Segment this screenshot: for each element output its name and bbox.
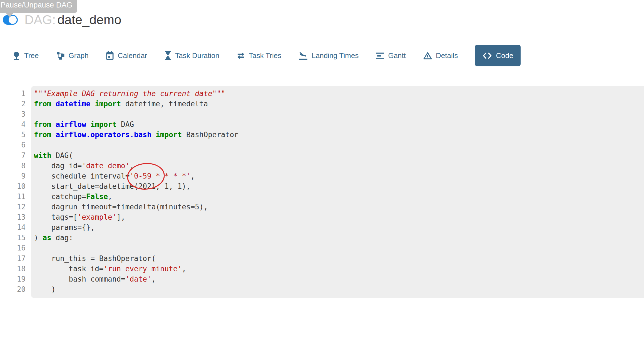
line-number: 12 bbox=[0, 202, 26, 212]
tab-task-tries[interactable]: Task Tries bbox=[237, 51, 281, 60]
tab-label: Task Tries bbox=[249, 51, 281, 60]
tab-task-duration[interactable]: Task Duration bbox=[164, 51, 219, 60]
retry-arrows-icon bbox=[237, 51, 245, 60]
code-line: 5from airflow.operators.bash import Bash… bbox=[0, 130, 644, 140]
code-text: task_id='run_every_minute', bbox=[34, 265, 186, 273]
tab-label: Details bbox=[436, 51, 458, 60]
tooltip-text: Pause/Unpause DAG bbox=[0, 0, 77, 13]
tab-tree[interactable]: Tree bbox=[12, 51, 39, 60]
code-text: from airflow.operators.bash import BashO… bbox=[34, 131, 238, 139]
line-number: 18 bbox=[0, 264, 26, 274]
code-text: start_date=datetime(2021, 1, 1), bbox=[34, 182, 191, 190]
tab-label: Task Duration bbox=[175, 51, 219, 60]
tree-icon bbox=[12, 51, 21, 60]
code-line: 16 bbox=[0, 243, 644, 253]
plane-arrival-icon bbox=[299, 51, 308, 60]
line-number: 15 bbox=[0, 233, 26, 243]
line-number: 8 bbox=[0, 161, 26, 171]
tab-label: Code bbox=[496, 51, 513, 60]
code-text: run_this = BashOperator( bbox=[34, 254, 156, 263]
line-number: 7 bbox=[0, 151, 26, 161]
line-number: 14 bbox=[0, 222, 26, 233]
code-line: 13 tags=['example'], bbox=[0, 212, 644, 222]
code-text: with DAG( bbox=[34, 151, 73, 160]
code-text: ) as dag: bbox=[34, 234, 73, 242]
calendar-icon bbox=[106, 51, 114, 60]
line-number: 6 bbox=[0, 140, 26, 150]
code-line: 20 ) bbox=[0, 284, 644, 295]
dag-view-tabs: TreeGraphCalendarTask DurationTask Tries… bbox=[12, 44, 521, 67]
code-line: 10 start_date=datetime(2021, 1, 1), bbox=[0, 181, 644, 192]
code-line: 17 run_this = BashOperator( bbox=[0, 254, 644, 264]
tab-label: Tree bbox=[24, 51, 39, 60]
line-number: 16 bbox=[0, 243, 26, 253]
code-text: dag_id='date_demo', bbox=[34, 162, 134, 170]
page-title: DAG:date_demo bbox=[24, 12, 121, 27]
code-line: 9 schedule_interval='0-59 * * * *', bbox=[0, 171, 644, 181]
tab-calendar[interactable]: Calendar bbox=[106, 51, 147, 60]
code-text: ) bbox=[34, 285, 56, 294]
line-number: 5 bbox=[0, 130, 26, 140]
code-line: 18 task_id='run_every_minute', bbox=[0, 264, 644, 274]
code-line: 8 dag_id='date_demo', bbox=[0, 161, 644, 171]
code-line: 12 dagrun_timeout=timedelta(minutes=5), bbox=[0, 202, 644, 212]
line-number: 11 bbox=[0, 192, 26, 202]
code-brackets-icon bbox=[482, 51, 492, 60]
dag-header: DAG:date_demo bbox=[3, 12, 121, 27]
tab-gantt[interactable]: Gantt bbox=[376, 51, 406, 60]
airflow-dag-code-page: Pause/Unpause DAG DAG:date_demo TreeGrap… bbox=[0, 0, 644, 341]
line-number: 1 bbox=[0, 89, 26, 99]
line-number: 9 bbox=[0, 171, 26, 181]
code-text: params={}, bbox=[34, 223, 95, 232]
tab-details[interactable]: Details bbox=[423, 51, 458, 60]
code-line: 7with DAG( bbox=[0, 151, 644, 161]
pause-tooltip: Pause/Unpause DAG bbox=[0, 0, 77, 13]
code-text: """Example DAG returning the current dat… bbox=[34, 89, 225, 98]
gantt-bars-icon bbox=[376, 51, 384, 60]
code-text: from airflow import DAG bbox=[34, 120, 134, 129]
code-line: 19 bash_command='date', bbox=[0, 274, 644, 284]
tooltip-arrow-icon bbox=[6, 13, 14, 17]
line-number: 10 bbox=[0, 181, 26, 192]
tab-code[interactable]: Code bbox=[475, 45, 520, 66]
line-number: 2 bbox=[0, 99, 26, 109]
line-number: 20 bbox=[0, 284, 26, 295]
line-number: 19 bbox=[0, 274, 26, 284]
code-text: from datetime import datetime, timedelta bbox=[34, 100, 208, 108]
code-line: 15) as dag: bbox=[0, 233, 644, 243]
line-number: 4 bbox=[0, 119, 26, 130]
code-line: 6 bbox=[0, 140, 644, 150]
tab-landing-times[interactable]: Landing Times bbox=[299, 51, 359, 60]
line-number: 13 bbox=[0, 212, 26, 222]
code-line: 2from datetime import datetime, timedelt… bbox=[0, 99, 644, 109]
hourglass-icon bbox=[164, 51, 171, 60]
graph-icon bbox=[56, 51, 65, 60]
code-text: dagrun_timeout=timedelta(minutes=5), bbox=[34, 203, 208, 211]
code-text: tags=['example'], bbox=[34, 213, 125, 221]
dag-label: DAG: bbox=[24, 12, 56, 27]
code-line: 11 catchup=False, bbox=[0, 192, 644, 202]
tab-label: Gantt bbox=[388, 51, 406, 60]
line-number: 17 bbox=[0, 254, 26, 264]
code-line: 3 bbox=[0, 109, 644, 119]
tab-label: Graph bbox=[69, 51, 89, 60]
line-number: 3 bbox=[0, 109, 26, 119]
code-line: 4from airflow import DAG bbox=[0, 119, 644, 130]
tab-label: Calendar bbox=[118, 51, 147, 60]
code-lines: 1"""Example DAG returning the current da… bbox=[0, 89, 644, 295]
code-line: 14 params={}, bbox=[0, 222, 644, 233]
code-text: schedule_interval='0-59 * * * *', bbox=[34, 172, 195, 180]
warning-triangle-icon bbox=[423, 51, 432, 60]
code-text: bash_command='date', bbox=[34, 275, 156, 283]
tab-label: Landing Times bbox=[312, 51, 359, 60]
code-text: catchup=False, bbox=[34, 192, 112, 201]
dag-name: date_demo bbox=[57, 12, 121, 27]
code-line: 1"""Example DAG returning the current da… bbox=[0, 89, 644, 99]
tab-graph[interactable]: Graph bbox=[56, 51, 89, 60]
